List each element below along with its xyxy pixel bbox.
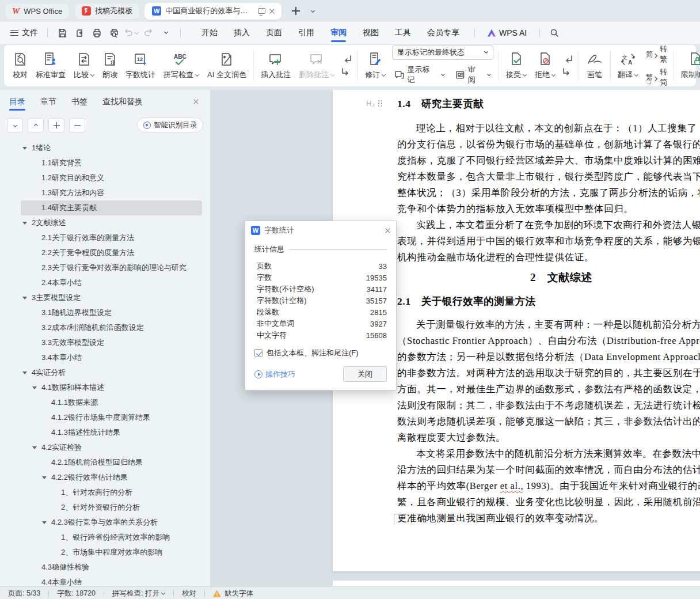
toc-item[interactable]: 4.2.1随机前沿模型回归结果 (21, 455, 202, 470)
toc-item[interactable]: 1、银行跨省份经营对效率的影响 (21, 530, 202, 545)
toolbar-options-button[interactable] (158, 25, 173, 40)
zoom-in-button[interactable] (48, 118, 64, 132)
menu-item[interactable]: 审阅 (322, 22, 355, 43)
menu-item[interactable]: 工具 (387, 22, 419, 43)
toc-item[interactable]: 3.2成本/利润随机前沿函数设定 (21, 320, 202, 335)
tab-toc[interactable]: 目录 (9, 91, 25, 113)
close-tab-icon[interactable] (269, 9, 275, 14)
word-count-button[interactable]: 12 字数统计 (121, 49, 159, 82)
toc-item[interactable]: 1.2研究目的和意义 (21, 170, 202, 185)
tab-chapters[interactable]: 章节 (40, 91, 56, 113)
collapse-arrow-icon[interactable] (22, 294, 32, 302)
collapse-arrow-icon[interactable] (22, 145, 32, 152)
review-pane-button[interactable]: 审阅 (453, 63, 493, 86)
insert-comment-button[interactable]: 插入批注 (257, 49, 295, 82)
file-menu[interactable]: 文件 (8, 25, 40, 40)
menu-item[interactable]: 视图 (355, 22, 387, 43)
ribbon-expand-icon[interactable] (647, 80, 651, 84)
toc-item[interactable]: 4.3稳健性检验 (21, 560, 202, 575)
toc-item[interactable]: 2、针对外资银行的分析 (21, 500, 202, 515)
checkbox-checked-icon[interactable] (254, 349, 262, 357)
close-dialog-icon[interactable] (385, 228, 390, 233)
spell-check-button[interactable]: ABC 拼写检查 (159, 49, 203, 82)
accept-button[interactable]: 接受 (502, 49, 531, 82)
toc-item[interactable]: 1.4研究主要贡献 (21, 200, 202, 215)
markup-state-dropdown[interactable]: 显示标记的最终状态 (392, 46, 493, 60)
toc-item[interactable]: 2.1关于银行效率的测量方法 (21, 230, 202, 245)
toc-item[interactable]: 4.2.3银行竞争与效率的关系分析 (21, 515, 202, 530)
undo-history-chevron-icon[interactable] (135, 30, 139, 34)
toc-item[interactable]: 2、市场集中程度对效率的影响 (21, 545, 202, 560)
toc-item[interactable]: 4.4本章小结 (21, 575, 202, 586)
toc-item[interactable]: 4.2实证检验 (21, 440, 202, 455)
to-simplified-button[interactable]: 繁 转简 (646, 67, 667, 88)
monitor-icon[interactable] (258, 8, 265, 14)
toc-item[interactable]: 4.1.2银行市场集中度测算结果 (21, 410, 202, 425)
dialog-title-bar[interactable]: 字数统计 (245, 221, 396, 240)
undo-button[interactable] (124, 25, 139, 40)
smart-toc-button[interactable]: 智能识别目录 (137, 117, 203, 132)
tab-wps-office[interactable]: WPS Office (5, 3, 70, 20)
toc-item[interactable]: 1绪论 (21, 141, 202, 156)
previous-comment-button[interactable] (341, 55, 352, 63)
previous-change-button[interactable] (562, 55, 573, 63)
new-tab-button[interactable] (292, 7, 300, 15)
zoom-out-button[interactable] (69, 118, 85, 132)
toc-item[interactable]: 2.4本章小结 (21, 275, 202, 290)
toc-item[interactable]: 1.3研究方法和内容 (21, 185, 202, 200)
collapse-arrow-icon[interactable] (22, 369, 32, 377)
include-footnotes-checkbox-row[interactable]: 包括文本框、脚注和尾注(F) (254, 348, 387, 358)
menu-item[interactable]: 开始 (193, 22, 226, 43)
toc-item[interactable]: 4.2.2银行效率估计结果 (21, 470, 202, 485)
redo-button[interactable] (141, 25, 156, 40)
delete-comment-button[interactable]: 删除批注 (295, 49, 338, 82)
tab-list-chevron-icon[interactable] (311, 8, 315, 12)
tips-link[interactable]: 操作技巧 (254, 369, 295, 380)
drag-handle-icon[interactable] (378, 100, 383, 107)
save-button[interactable] (55, 25, 70, 40)
toc-item[interactable]: 4实证分析 (21, 365, 202, 380)
expand-all-button[interactable] (7, 118, 23, 132)
toc-item[interactable]: 1、针对农商行的分析 (21, 485, 202, 500)
proofread-status[interactable]: 校对 (182, 589, 196, 598)
print-button[interactable] (89, 25, 104, 40)
close-button[interactable]: 关闭 (343, 366, 387, 382)
standard-review-button[interactable]: 标准审查 (32, 49, 70, 82)
spell-check-status[interactable]: 拼写检查: 打开 (112, 589, 165, 598)
to-traditional-button[interactable]: 简 转繁 (646, 44, 667, 65)
restrict-editing-button[interactable]: 限制编辑 (677, 49, 700, 82)
toc-item[interactable]: 1.1研究背景 (21, 156, 202, 170)
tab-docer-template[interactable]: 找稿壳模板 (74, 3, 140, 20)
missing-font-warning[interactable]: ! 缺失字体 (213, 589, 253, 598)
toc-item[interactable]: 2.2关于竞争程度的度量方法 (21, 245, 202, 260)
compare-button[interactable]: 比较 (70, 49, 98, 82)
toc-item[interactable]: 3主要模型设定 (21, 290, 202, 305)
toc-item[interactable]: 3.1随机边界模型设定 (21, 305, 202, 320)
toc-item[interactable]: 2.3关于银行竞争对效率的影响的理论与研究 (21, 260, 202, 275)
menu-item[interactable]: 插入 (226, 22, 258, 43)
tab-find-replace[interactable]: 查找和替换 (102, 91, 143, 113)
toc-item[interactable]: 3.3无效率模型设定 (21, 335, 202, 350)
toc-item[interactable]: 4.1数据和样本描述 (21, 380, 202, 395)
menu-item[interactable]: 页面 (258, 22, 290, 43)
pen-button[interactable]: 画笔 (582, 49, 607, 82)
tab-document-active[interactable]: 中国商业银行的效率与市场竞 (144, 3, 281, 20)
export-button[interactable] (72, 25, 87, 40)
search-button[interactable] (547, 25, 562, 40)
proofread-button[interactable]: 校对 (9, 49, 32, 82)
wps-ai-menu[interactable]: WPS AI (482, 28, 532, 37)
toc-item[interactable]: 4.1.1数据来源 (21, 395, 202, 410)
show-markup-button[interactable]: 显示标记 (392, 63, 447, 86)
track-changes-button[interactable]: 修订 (361, 49, 390, 82)
reject-button[interactable]: 拒绝 (531, 49, 560, 82)
toc-item[interactable]: 2文献综述 (21, 215, 202, 230)
next-change-button[interactable] (562, 68, 573, 76)
collapse-all-button[interactable] (28, 118, 44, 132)
toc-item[interactable]: 4.1.3描述性统计结果 (21, 425, 202, 440)
collapse-arrow-icon[interactable] (32, 384, 41, 392)
read-aloud-button[interactable]: 朗读 (98, 49, 121, 82)
ai-polish-button[interactable]: AI 全文润色 (203, 49, 250, 82)
translate-button[interactable]: 文A 翻译 (614, 49, 642, 82)
word-count-indicator[interactable]: 字数: 18720 (57, 589, 96, 598)
collapse-arrow-icon[interactable] (22, 219, 32, 227)
